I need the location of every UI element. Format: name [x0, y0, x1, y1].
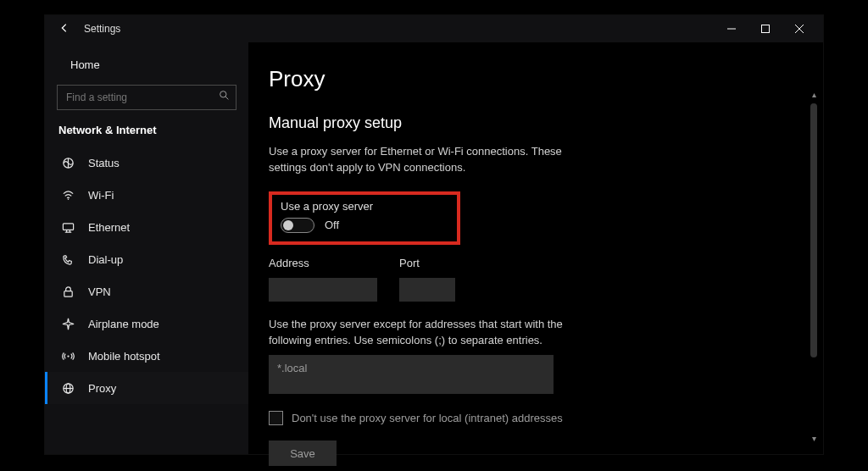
toggle-state: Off	[325, 219, 339, 231]
sidebar-item-label: Status	[88, 157, 120, 169]
sidebar: Home Network & Internet Status Wi-Fi	[45, 42, 248, 454]
port-label: Port	[399, 257, 455, 269]
sidebar-item-ethernet[interactable]: Ethernet	[45, 211, 248, 243]
sidebar-item-wifi[interactable]: Wi-Fi	[45, 179, 248, 211]
sidebar-item-hotspot[interactable]: Mobile hotspot	[45, 340, 248, 372]
dialup-icon	[61, 253, 75, 266]
svg-rect-13	[64, 291, 71, 296]
search-icon	[219, 90, 230, 103]
svg-rect-1	[762, 25, 770, 33]
settings-window: Settings Home Network & Internet	[45, 15, 823, 454]
svg-point-8	[67, 198, 69, 200]
search-wrap	[45, 80, 248, 120]
sidebar-item-label: VPN	[88, 285, 111, 298]
page-title: Proxy	[269, 66, 789, 92]
exceptions-input[interactable]	[269, 355, 554, 394]
window-controls	[715, 15, 816, 42]
hotspot-icon	[61, 350, 75, 363]
ethernet-icon	[61, 221, 75, 234]
window-title: Settings	[84, 23, 120, 35]
vpn-icon	[61, 285, 75, 298]
save-button[interactable]: Save	[269, 441, 337, 466]
sidebar-item-label: Mobile hotspot	[88, 350, 160, 363]
sidebar-item-dialup[interactable]: Dial-up	[45, 243, 248, 275]
section-title: Manual proxy setup	[269, 114, 789, 132]
svg-point-4	[220, 91, 226, 97]
use-proxy-toggle[interactable]	[281, 218, 314, 233]
maximize-button[interactable]	[748, 15, 782, 42]
back-button[interactable]	[57, 22, 72, 36]
sidebar-home[interactable]: Home	[45, 49, 248, 80]
sidebar-nav: Status Wi-Fi Ethernet Dial-up VPN	[45, 147, 248, 404]
scroll-thumb[interactable]	[810, 103, 817, 357]
scroll-up-icon[interactable]: ▴	[808, 88, 820, 100]
proxy-toggle-highlight: Use a proxy server Off	[269, 191, 460, 245]
content-area: Proxy Manual proxy setup Use a proxy ser…	[248, 42, 823, 454]
titlebar: Settings	[45, 15, 823, 42]
sidebar-item-proxy[interactable]: Proxy	[45, 372, 248, 404]
toggle-label: Use a proxy server	[281, 200, 448, 213]
wifi-icon	[61, 189, 75, 202]
local-bypass-checkbox[interactable]	[269, 411, 283, 425]
sidebar-section-title: Network & Internet	[45, 120, 248, 147]
status-icon	[61, 157, 75, 169]
sidebar-item-label: Wi-Fi	[88, 189, 114, 202]
sidebar-item-status[interactable]: Status	[45, 147, 248, 179]
address-label: Address	[269, 257, 377, 269]
sidebar-item-label: Dial-up	[88, 253, 123, 266]
sidebar-item-label: Ethernet	[88, 221, 130, 234]
address-input[interactable]	[269, 278, 377, 302]
port-input[interactable]	[399, 278, 455, 302]
svg-rect-9	[63, 223, 73, 230]
local-bypass-label: Don't use the proxy server for local (in…	[292, 412, 563, 424]
sidebar-item-label: Airplane mode	[88, 318, 159, 330]
search-input[interactable]	[57, 85, 236, 110]
sidebar-home-label: Home	[70, 58, 100, 71]
scrollbar[interactable]: ▴ ▾	[808, 88, 820, 444]
airplane-icon	[61, 318, 75, 330]
scroll-down-icon[interactable]: ▾	[808, 432, 820, 444]
exceptions-label: Use the proxy server except for addresse…	[269, 317, 591, 349]
svg-point-14	[67, 355, 69, 357]
sidebar-item-vpn[interactable]: VPN	[45, 275, 248, 308]
close-button[interactable]	[782, 15, 816, 42]
proxy-icon	[61, 382, 75, 395]
section-description: Use a proxy server for Ethernet or Wi-Fi…	[269, 144, 574, 176]
svg-line-5	[225, 97, 228, 99]
sidebar-item-airplane[interactable]: Airplane mode	[45, 308, 248, 340]
sidebar-item-label: Proxy	[88, 382, 116, 395]
minimize-button[interactable]	[715, 15, 748, 42]
